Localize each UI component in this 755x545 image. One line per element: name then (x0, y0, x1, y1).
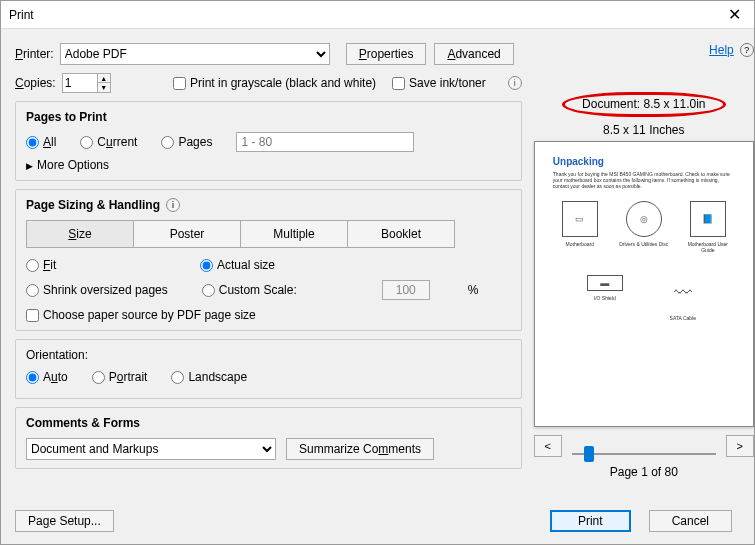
pages-range-radio[interactable]: Pages (161, 135, 212, 149)
auto-radio[interactable]: Auto (26, 370, 68, 384)
close-icon[interactable]: ✕ (714, 1, 754, 28)
tab-size[interactable]: Size (26, 220, 134, 248)
next-page-button[interactable]: > (726, 435, 754, 457)
grayscale-checkbox[interactable]: Print in grayscale (black and white) (173, 76, 376, 90)
comments-select[interactable]: Document and Markups (26, 438, 276, 460)
pages-current-radio[interactable]: Current (80, 135, 137, 149)
spin-up-icon[interactable]: ▲ (98, 74, 110, 83)
landscape-radio[interactable]: Landscape (171, 370, 247, 384)
pages-all-radio[interactable]: All (26, 135, 56, 149)
copies-input[interactable] (62, 73, 98, 93)
slider-thumb-icon[interactable] (584, 446, 594, 462)
window-title: Print (1, 8, 34, 22)
preview-heading: Unpacking (553, 156, 735, 167)
summarize-button[interactable]: Summarize Comments (286, 438, 434, 460)
print-preview: Unpacking Thank you for buying the MSI B… (534, 141, 754, 427)
copies-stepper[interactable]: ▲▼ (62, 73, 111, 93)
page-counter: Page 1 of 80 (534, 465, 754, 479)
info-icon[interactable]: i (508, 76, 522, 90)
comments-section: Comments & Forms Document and Markups Su… (15, 407, 522, 469)
actual-size-radio[interactable]: Actual size (200, 258, 340, 272)
pages-section: Pages to Print All Current Pages More Op… (15, 101, 522, 181)
printer-select[interactable]: Adobe PDF (60, 43, 330, 65)
tab-booklet[interactable]: Booklet (347, 220, 455, 248)
cancel-button[interactable]: Cancel (649, 510, 732, 532)
print-button[interactable]: Print (550, 510, 631, 532)
comments-title: Comments & Forms (26, 416, 511, 430)
saveink-checkbox[interactable]: Save ink/toner (392, 76, 486, 90)
thumb-icon: 〰 (665, 275, 701, 311)
thumb-icon: ▭ (562, 201, 598, 237)
more-options-toggle[interactable]: More Options (26, 158, 511, 172)
titlebar: Print ✕ (1, 1, 754, 29)
handling-section: Page Sizing & Handlingi Size Poster Mult… (15, 189, 522, 331)
tab-poster[interactable]: Poster (133, 220, 241, 248)
info-icon[interactable]: i (166, 198, 180, 212)
thumb-icon: ▬ (587, 275, 623, 291)
orientation-title: Orientation: (26, 348, 511, 362)
pages-range-input[interactable] (236, 132, 414, 152)
tab-multiple[interactable]: Multiple (240, 220, 348, 248)
fit-radio[interactable]: Fit (26, 258, 166, 272)
help-link[interactable]: Help (709, 43, 734, 57)
spin-down-icon[interactable]: ▼ (98, 83, 110, 92)
custom-scale-radio[interactable]: Custom Scale: (202, 283, 342, 297)
preview-text: Thank you for buying the MSI B450 GAMING… (553, 171, 735, 189)
copies-label: Copies: (15, 76, 56, 90)
thumb-icon: ◎ (626, 201, 662, 237)
shrink-radio[interactable]: Shrink oversized pages (26, 283, 168, 297)
properties-button[interactable]: Properties (346, 43, 427, 65)
help-icon[interactable]: ? (740, 43, 754, 57)
handling-title: Page Sizing & Handling (26, 198, 160, 212)
prev-page-button[interactable]: < (534, 435, 562, 457)
advanced-button[interactable]: Advanced (434, 43, 513, 65)
page-setup-button[interactable]: Page Setup... (15, 510, 114, 532)
orientation-section: Orientation: Auto Portrait Landscape (15, 339, 522, 399)
printer-label: Printer: (15, 47, 54, 61)
preview-caption: 8.5 x 11 Inches (534, 123, 754, 137)
thumb-icon: 📘 (690, 201, 726, 237)
choose-paper-checkbox[interactable]: Choose paper source by PDF page size (26, 308, 495, 322)
document-size-label: Document: 8.5 x 11.0in (534, 97, 754, 111)
custom-scale-input[interactable] (382, 280, 430, 300)
pages-title: Pages to Print (26, 110, 511, 124)
portrait-radio[interactable]: Portrait (92, 370, 148, 384)
